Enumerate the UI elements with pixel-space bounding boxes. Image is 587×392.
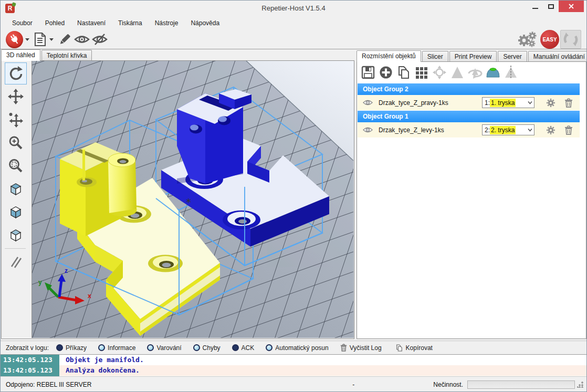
toggle-circle-icon [266, 344, 272, 351]
top-view-button[interactable] [5, 224, 27, 246]
tab-3d-nahled[interactable]: 3D náhled [1, 49, 40, 61]
toggle-label: Informace [108, 344, 135, 352]
move-icon [8, 89, 24, 104]
axis-z-label: z [65, 267, 68, 274]
toggle-circle-icon [193, 344, 200, 351]
hide-travel-button[interactable] [91, 33, 108, 46]
isometric-view-button[interactable] [5, 178, 27, 200]
toggle-label: ACK [242, 344, 255, 352]
chevron-down-icon [527, 128, 533, 132]
gears-icon [516, 30, 538, 48]
save-job-button[interactable] [359, 63, 377, 81]
delete-object-button[interactable] [560, 125, 578, 135]
axis-x-label: x [88, 292, 91, 300]
menu-nastroje[interactable]: Nástroje [149, 17, 185, 29]
move-object-button[interactable] [5, 109, 27, 131]
tab-manualni-ovladani[interactable]: Manuální ovládání [528, 51, 587, 62]
log-filter-label: Zobrazit v logu: [6, 344, 49, 352]
visibility-toggle[interactable] [360, 126, 375, 133]
printer-settings-button[interactable] [516, 30, 538, 48]
edit-button[interactable] [57, 31, 72, 47]
rotate-view-button[interactable] [5, 62, 27, 84]
log-options-bar: Zobrazit v logu: Příkazy Informace Varov… [1, 341, 586, 354]
easy-mode-button[interactable]: EASY [540, 30, 559, 49]
visibility-toggle[interactable] [360, 99, 375, 106]
menu-soubor[interactable]: Soubor [6, 17, 39, 29]
clear-log-label: Vyčistit Log [350, 344, 382, 352]
extruder-select[interactable]: 1: 1. tryska [482, 97, 534, 108]
rotate-object-button[interactable] [466, 63, 484, 81]
object-group-header[interactable]: Object Group 1 [358, 111, 580, 122]
cut-object-icon [504, 65, 518, 80]
toggle-ack[interactable]: ACK [232, 344, 255, 352]
toggle-varovani[interactable]: Varování [147, 344, 181, 352]
maximize-button[interactable] [543, 1, 559, 12]
connect-dropdown-caret[interactable] [25, 38, 29, 41]
tab-slicer[interactable]: Slicer [422, 51, 448, 62]
fit-view-button[interactable] [5, 155, 27, 177]
tab-rozmisteni-objektu[interactable]: Rozmístění objektů [357, 50, 421, 62]
log-timestamp: 13:42:05.123 [1, 355, 59, 365]
resize-grip-icon[interactable] [577, 382, 583, 388]
tab-server[interactable]: Server [498, 51, 527, 62]
center-object-icon [432, 65, 447, 80]
pencil-icon [57, 31, 72, 47]
maximize-icon [548, 4, 554, 9]
eye-slash-icon [91, 33, 108, 46]
emergency-stop-button[interactable] [560, 30, 581, 49]
load-button[interactable] [33, 31, 47, 47]
front-view-button[interactable] [5, 201, 27, 223]
tab-print-preview[interactable]: Print Preview [449, 51, 497, 62]
toggle-prikazy[interactable]: Příkazy [56, 344, 87, 352]
object-settings-button[interactable] [542, 98, 560, 108]
extruder-select[interactable]: 2: 2. tryska [482, 124, 534, 135]
log-timestamp: 13:42:05.123 [1, 365, 59, 376]
isometric-view-icon [8, 181, 24, 197]
close-button[interactable] [559, 1, 584, 12]
minimize-button[interactable] [527, 1, 543, 12]
zoom-view-button[interactable] [5, 132, 27, 154]
parallel-projection-icon [8, 254, 24, 270]
copy-log-button[interactable]: Kopírovat [395, 344, 433, 352]
object-row[interactable]: Drzak_tyce_Z_pravy-1ks 1: 1. tryska [358, 95, 580, 110]
title-bar[interactable]: R Repetier-Host V1.5.4 [1, 1, 586, 16]
load-dropdown-caret[interactable] [49, 38, 54, 41]
viewport-3d[interactable]: * x y z [32, 61, 354, 338]
emergency-stop-icon [562, 31, 580, 48]
extruder-value: 1. tryska [490, 99, 516, 107]
toggle-informace[interactable]: Informace [98, 344, 135, 352]
object-list: Object Group 2 Drzak_tyce_Z_pravy-1ks 1: [358, 83, 580, 137]
log-view[interactable]: 13:42:05.123 Objekt je manifold. 13:42:0… [1, 354, 586, 376]
center-object-button[interactable] [431, 63, 448, 81]
object-settings-button[interactable] [542, 125, 560, 135]
front-view-icon [8, 204, 24, 220]
add-object-button[interactable] [377, 63, 395, 81]
toggle-automaticky-posun[interactable]: Automatický posun [266, 344, 328, 352]
autoposition-button[interactable] [413, 63, 431, 81]
lay-flat-button[interactable] [484, 63, 502, 81]
object-row[interactable]: Drzak_tyce_Z_levy-1ks 2: 2. tryska [358, 122, 580, 137]
show-filament-button[interactable] [74, 33, 90, 46]
menu-pohled[interactable]: Pohled [39, 17, 71, 29]
move-viewpoint-button[interactable] [5, 86, 27, 108]
parallel-projection-button[interactable] [5, 251, 27, 273]
clear-log-button[interactable]: Vyčistit Log [340, 344, 382, 352]
copy-objects-button[interactable] [395, 63, 413, 81]
scale-object-button[interactable] [448, 63, 466, 81]
object-placement-panel: Object Group 2 Drzak_tyce_Z_pravy-1ks 1: [357, 61, 586, 339]
menu-nastaveni[interactable]: Nastavení [71, 17, 112, 29]
connect-button[interactable] [6, 31, 23, 48]
eye-icon [74, 33, 90, 46]
toggle-chyby[interactable]: Chyby [193, 344, 221, 352]
easy-label: EASY [542, 37, 557, 43]
status-center: - [274, 381, 433, 388]
toggle-label: Chyby [203, 344, 221, 352]
plug-icon [8, 33, 21, 46]
menu-napoveda[interactable]: Nápověda [184, 17, 226, 29]
menu-tiskarna[interactable]: Tiskárna [112, 17, 149, 29]
delete-object-button[interactable] [560, 98, 578, 108]
copy-icon [395, 344, 403, 352]
cut-object-button[interactable] [502, 63, 520, 81]
object-group-header[interactable]: Object Group 2 [358, 83, 580, 95]
tab-teplotni-krivka[interactable]: Teplotní křivka [41, 50, 92, 61]
